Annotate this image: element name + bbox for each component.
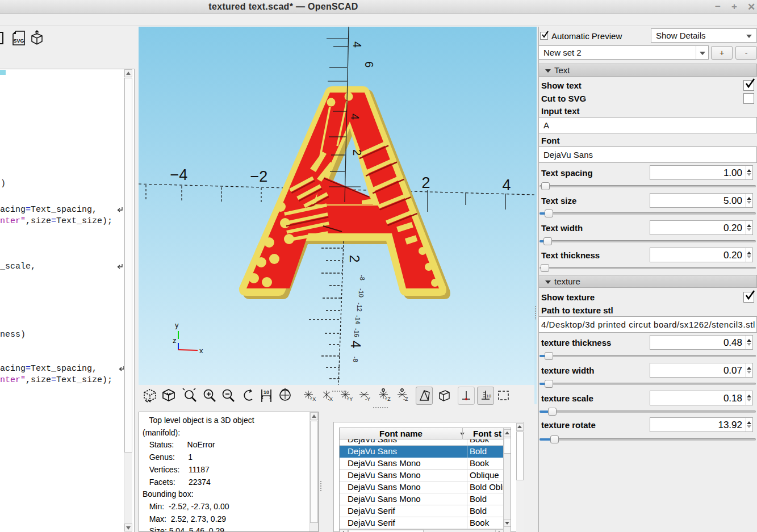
svg-text:2: 2 bbox=[347, 255, 362, 262]
svg-text:4: 4 bbox=[348, 341, 363, 348]
svg-text:-8: -8 bbox=[359, 275, 366, 280]
svg-text:+X: +X bbox=[310, 396, 316, 402]
svg-text:-8: -8 bbox=[352, 357, 359, 362]
svg-text:-16: -16 bbox=[353, 328, 360, 337]
svg-text:SVG: SVG bbox=[13, 38, 24, 44]
svg-text:-10: -10 bbox=[358, 288, 365, 298]
svg-text:4: 4 bbox=[349, 114, 361, 120]
svg-text:−4: −4 bbox=[170, 166, 188, 183]
svg-text:6: 6 bbox=[363, 61, 375, 68]
svg-text:y: y bbox=[175, 321, 179, 329]
svg-text:-Y: -Y bbox=[365, 396, 370, 402]
svg-text:x: x bbox=[199, 346, 203, 355]
svg-text:-12: -12 bbox=[356, 303, 363, 312]
svg-text:10: 10 bbox=[486, 393, 491, 399]
svg-text:−2: −2 bbox=[250, 168, 268, 185]
svg-text:-14: -14 bbox=[354, 315, 361, 324]
svg-text:z: z bbox=[173, 336, 177, 345]
svg-text:2: 2 bbox=[421, 174, 430, 191]
svg-text:-X: -X bbox=[328, 396, 333, 402]
svg-text:4: 4 bbox=[351, 41, 363, 48]
svg-text:+Y: +Y bbox=[346, 396, 353, 402]
svg-text:4: 4 bbox=[502, 177, 511, 194]
svg-text:2: 2 bbox=[351, 149, 363, 156]
svg-text:-Z: -Z bbox=[403, 396, 408, 402]
svg-text:+Z: +Z bbox=[384, 396, 391, 402]
svg-text:10: 10 bbox=[264, 389, 269, 395]
